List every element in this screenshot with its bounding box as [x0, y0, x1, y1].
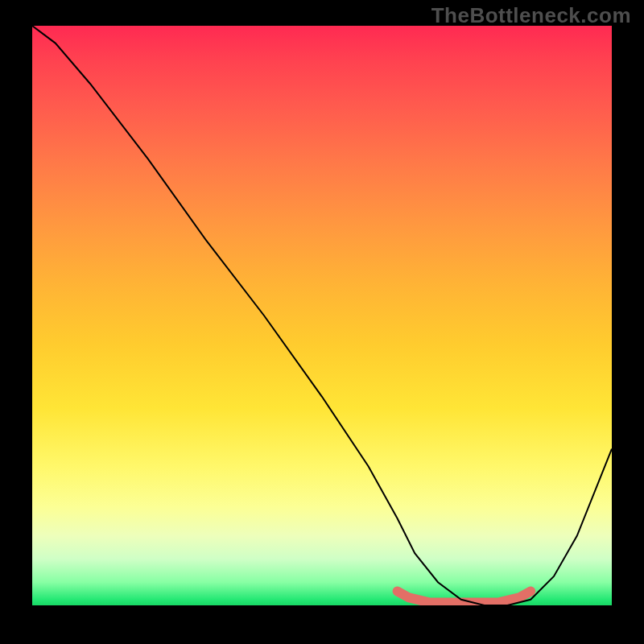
- bottleneck-curve: [32, 26, 612, 605]
- plot-area: [32, 26, 612, 605]
- curve-layer: [32, 26, 612, 605]
- watermark-text: TheBottleneck.com: [431, 3, 631, 28]
- chart-frame: TheBottleneck.com: [0, 0, 644, 644]
